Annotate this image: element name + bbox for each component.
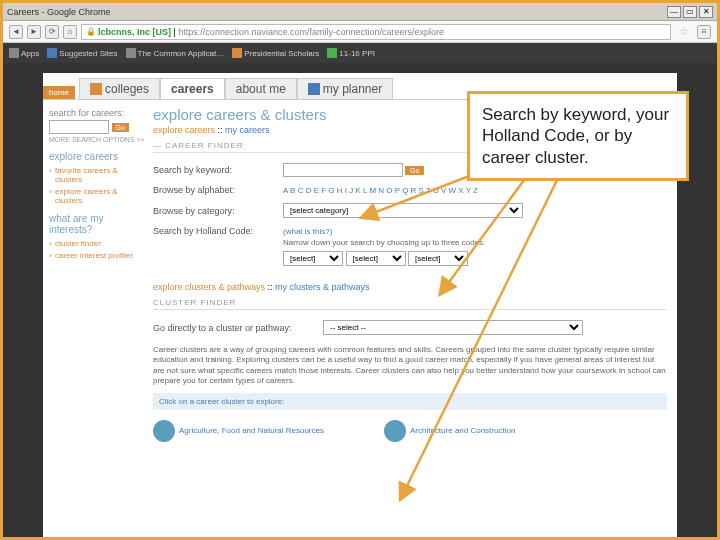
forward-button[interactable]: ► xyxy=(27,25,41,39)
keyword-go-button[interactable]: Go xyxy=(405,166,424,175)
back-button[interactable]: ◄ xyxy=(9,25,23,39)
sidebar-link-explore[interactable]: explore careers & clusters xyxy=(49,187,147,205)
section-cluster-finder: CLUSTER FINDER xyxy=(153,298,667,310)
sidebar-link-favorite[interactable]: favorite careers & clusters xyxy=(49,166,147,184)
alphabet-links[interactable]: A B C D E F G H I J K L M N O P Q R S T … xyxy=(283,186,667,195)
cluster-agriculture[interactable]: Agriculture, Food and Natural Resources xyxy=(153,420,324,442)
annotation-callout: Search by keyword, your Holland Code, or… xyxy=(467,91,689,181)
row-category: Browse by category: [select category] xyxy=(153,199,667,222)
row-direct: Go directly to a cluster or pathway: -- … xyxy=(153,316,667,339)
tab-my-planner[interactable]: my planner xyxy=(297,78,393,99)
tab-colleges[interactable]: colleges xyxy=(79,78,160,99)
site-icon xyxy=(232,48,242,58)
url-org: lcbcnns, Inc [US] xyxy=(98,27,171,37)
bookmark-scholars[interactable]: Presidential Scholars xyxy=(232,48,319,58)
book-icon xyxy=(90,83,102,95)
keyword-input[interactable] xyxy=(283,163,403,177)
annotation-text: Search by keyword, your Holland Code, or… xyxy=(482,105,669,167)
sidebar-search-label: search for careers: xyxy=(49,108,147,118)
home-icon[interactable]: ⌂ xyxy=(63,25,77,39)
site-icon xyxy=(327,48,337,58)
sidebar-more-options[interactable]: MORE SEARCH OPTIONS >> xyxy=(49,136,147,143)
bookmark-star-icon[interactable]: ☆ xyxy=(675,25,693,38)
holland-narrow-text: Narrow down your search by choosing up t… xyxy=(283,238,667,247)
sidebar: search for careers: Go MORE SEARCH OPTIO… xyxy=(43,100,153,452)
holland-select-1[interactable]: [select] xyxy=(283,251,343,266)
menu-icon[interactable]: ≡ xyxy=(697,25,711,39)
apps-icon xyxy=(9,48,19,58)
bookmark-ppi[interactable]: 11-16 PPI xyxy=(327,48,375,58)
tab-home[interactable]: home xyxy=(43,86,75,99)
url-text: https://connection.naviance.com/family-c… xyxy=(178,27,444,37)
address-bar[interactable]: 🔒 lcbcnns, Inc [US] | https://connection… xyxy=(81,24,671,40)
sidebar-go-button[interactable]: Go xyxy=(112,123,129,132)
holland-select-2[interactable]: [select] xyxy=(346,251,406,266)
bookmark-apps[interactable]: Apps xyxy=(9,48,39,58)
reload-button[interactable]: ⟳ xyxy=(45,25,59,39)
sidebar-search-input[interactable] xyxy=(49,120,109,134)
cluster-architecture[interactable]: Architecture and Construction xyxy=(384,420,515,442)
maximize-icon[interactable]: ▭ xyxy=(683,6,697,18)
holland-select-3[interactable]: [select] xyxy=(408,251,468,266)
window-controls: — ▭ ✕ xyxy=(667,6,713,18)
holland-what-link[interactable]: (what is this?) xyxy=(283,227,332,236)
cluster-description: Career clusters are a way of grouping ca… xyxy=(153,345,667,387)
sidebar-explore-title: explore careers xyxy=(49,151,147,162)
close-icon[interactable]: ✕ xyxy=(699,6,713,18)
sidebar-interests-title: what are my interests? xyxy=(49,213,147,235)
browser-toolbar: ◄ ► ⟳ ⌂ 🔒 lcbcnns, Inc [US] | https://co… xyxy=(3,21,717,43)
row-alphabet: Browse by alphabet: A B C D E F G H I J … xyxy=(153,181,667,199)
site-icon xyxy=(47,48,57,58)
cluster-list: Agriculture, Food and Natural Resources … xyxy=(153,416,667,446)
bookmarks-bar: Apps Suggested Sites The Common Applicat… xyxy=(3,43,717,63)
pathway-select[interactable]: -- select -- xyxy=(323,320,583,335)
row-holland: Search by Holland Code: (what is this?) … xyxy=(153,222,667,270)
architecture-icon xyxy=(384,420,406,442)
window-titlebar: Careers - Google Chrome — ▭ ✕ xyxy=(3,3,717,21)
breadcrumb-clusters: explore clusters & pathways :: my cluste… xyxy=(153,282,667,292)
sidebar-link-cluster-finder[interactable]: cluster finder xyxy=(49,239,147,248)
tab-about-me[interactable]: about me xyxy=(225,78,297,99)
cluster-explore-bar: Click on a career cluster to explore: xyxy=(153,393,667,410)
minimize-icon[interactable]: — xyxy=(667,6,681,18)
window-title: Careers - Google Chrome xyxy=(7,7,667,17)
bookmark-suggested[interactable]: Suggested Sites xyxy=(47,48,117,58)
planner-icon xyxy=(308,83,320,95)
lock-icon: 🔒 xyxy=(86,27,96,36)
agriculture-icon xyxy=(153,420,175,442)
category-select[interactable]: [select category] xyxy=(283,203,523,218)
bookmark-commonapp[interactable]: The Common Applicat… xyxy=(126,48,225,58)
sidebar-link-profiler[interactable]: career interest profiler xyxy=(49,251,147,260)
site-icon xyxy=(126,48,136,58)
tab-careers[interactable]: careers xyxy=(160,78,225,99)
